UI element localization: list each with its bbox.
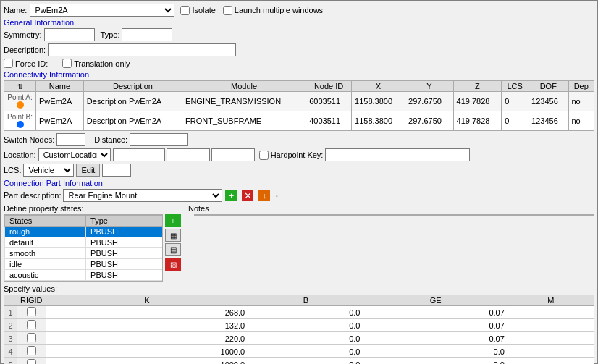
val-m (508, 319, 594, 332)
part-desc-select[interactable]: Rear Engine Mount (63, 189, 222, 202)
state-grid3-button[interactable]: ▧ (165, 258, 181, 271)
col-y: Y (405, 81, 454, 92)
table-row: Point A: PwEm2A Description PwEm2A ENGIN… (4, 92, 594, 111)
state-row[interactable]: acousticPBUSH (5, 270, 164, 281)
distance-input[interactable]: 0.0000 (130, 133, 188, 146)
val-k: 220.0 (46, 332, 248, 345)
switch-nodes-input[interactable]: NO (56, 133, 85, 146)
row-dof-b: 123456 (528, 111, 568, 131)
connection-part-title: Connection Part Information (4, 179, 594, 187)
launch-label: Launch multiple windows (235, 6, 323, 14)
row-name-a: PwEm2A (36, 92, 84, 111)
val-m (508, 345, 594, 358)
val-col-k: K (46, 295, 248, 306)
val-row-num: 2 (4, 319, 17, 332)
connectivity-title: Connectivity Information (4, 70, 594, 79)
row-dep-a: no (568, 92, 594, 111)
col-dep: Dep (568, 81, 594, 92)
row-dep-b: no (568, 111, 594, 131)
hardpoint-checkbox[interactable] (259, 151, 269, 160)
symmetry-input[interactable]: None (44, 28, 95, 41)
state-row[interactable]: defaultPBUSH (5, 237, 164, 248)
specify-values-label: Specify values: (4, 284, 57, 293)
blue-dot (17, 121, 24, 128)
rigid-checkbox[interactable] (27, 333, 36, 342)
state-name: smooth (5, 248, 86, 259)
col-x: X (352, 81, 405, 92)
state-row[interactable]: roughPBUSH (5, 227, 164, 237)
states-side-buttons: + ▦ ▤ ▧ (165, 214, 181, 271)
notes-label: Notes (188, 204, 594, 213)
general-info-title: General Information (4, 18, 594, 27)
edit-button[interactable]: Edit (76, 164, 100, 177)
state-add-button[interactable]: + (165, 214, 181, 227)
val-rigid-cell[interactable] (17, 306, 46, 319)
col-sort[interactable]: ⇅ (4, 81, 36, 92)
row-nodeid-b: 4003511 (306, 111, 352, 131)
val-rigid-cell[interactable] (17, 345, 46, 358)
row-z-b: 419.7828 (453, 111, 502, 131)
location-x[interactable]: 1158.3800 (113, 148, 165, 161)
val-b: 0.0 (248, 319, 363, 332)
row-lcs-a: 0 (502, 92, 528, 111)
hardpoint-key-label: Hardpoint Key: (271, 151, 324, 159)
force-id-label: Force ID: (15, 59, 48, 68)
rigid-checkbox[interactable] (27, 346, 36, 355)
val-rigid-cell[interactable] (17, 332, 46, 345)
state-type: PBUSH (86, 270, 163, 281)
rigid-checkbox[interactable] (27, 320, 36, 329)
force-id-checkbox[interactable] (4, 59, 13, 68)
description-label: Description: (4, 46, 46, 54)
notes-area[interactable] (194, 214, 594, 216)
location-label: Location: (4, 151, 36, 159)
lcs-select[interactable]: Vehicle (23, 164, 74, 177)
val-rigid-cell[interactable] (17, 319, 46, 332)
state-grid1-button[interactable]: ▦ (165, 229, 181, 242)
translation-only-label: Translation only (74, 59, 130, 68)
add-part-button[interactable]: + (225, 190, 237, 201)
state-grid2-button[interactable]: ▤ (165, 243, 181, 256)
arrow-part-button[interactable]: ↓ (258, 190, 270, 201)
isolate-checkbox[interactable] (180, 6, 190, 15)
location-y[interactable]: 297.6750 (167, 148, 210, 161)
val-row-num: 1 (4, 306, 17, 319)
val-m (508, 306, 594, 319)
distance-label: Distance: (94, 135, 127, 144)
orange-dot (17, 101, 24, 109)
translation-only-checkbox[interactable] (62, 59, 72, 68)
description-input[interactable]: #2 Engine Mount Point of Action (48, 43, 236, 56)
col-desc: Description (83, 81, 182, 92)
launch-checkbox[interactable] (223, 6, 232, 15)
val-rigid-cell[interactable] (17, 358, 46, 365)
row-desc-a: Description PwEm2A (83, 92, 182, 111)
states-table: States Type roughPBUSHdefaultPBUSHsmooth… (4, 215, 163, 281)
state-name: idle (5, 259, 86, 270)
rigid-checkbox[interactable] (27, 307, 36, 316)
rigid-checkbox[interactable] (27, 359, 36, 364)
state-name: rough (5, 227, 86, 237)
val-col-m: M (508, 295, 594, 306)
location-select[interactable]: CustomLocation (38, 148, 111, 161)
state-row[interactable]: idlePBUSH (5, 259, 164, 270)
row-y-b: 297.6750 (405, 111, 454, 131)
table-row: 1 268.0 0.0 0.07 (4, 306, 594, 319)
val-k: 268.0 (46, 306, 248, 319)
name-input[interactable]: PwEm2A (30, 4, 174, 17)
row-x-a: 1158.3800 (352, 92, 405, 111)
delete-part-button[interactable]: ✕ (242, 190, 253, 201)
location-z[interactable]: 419.7828 (211, 148, 255, 161)
lcs-num-input[interactable]: 0 (102, 164, 131, 177)
isolate-label: Isolate (192, 6, 215, 14)
type-input[interactable]: Point (122, 28, 172, 41)
switch-nodes-label: Switch Nodes: (4, 135, 54, 144)
val-m (508, 358, 594, 365)
hardpoint-key-input[interactable] (325, 148, 470, 161)
symmetry-label: Symmetry: (4, 30, 42, 39)
point-a-label: Point A: (7, 93, 32, 101)
point-b-label: Point B: (7, 113, 33, 121)
row-name-b: PwEm2A (36, 111, 84, 131)
val-row-num: 5 (4, 358, 17, 365)
state-type: PBUSH (86, 227, 163, 237)
state-row[interactable]: smoothPBUSH (5, 248, 164, 259)
table-row: 3 220.0 0.0 0.07 (4, 332, 594, 345)
